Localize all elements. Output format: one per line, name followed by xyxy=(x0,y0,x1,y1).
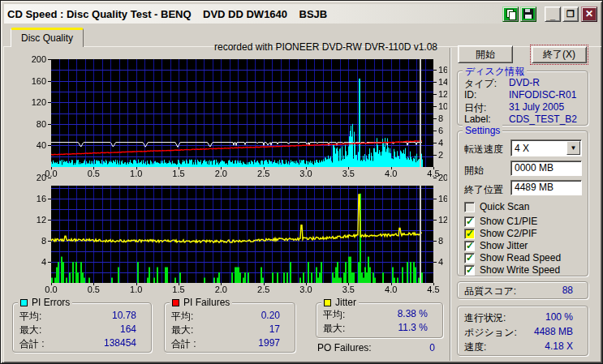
end-pos-label: 終了位置 xyxy=(464,183,503,197)
window-title: CD Speed : Disc Quality Test - BENQ DVD … xyxy=(7,8,501,20)
speed-value: 4 X xyxy=(511,143,566,154)
quality-score-label: 品質スコア: xyxy=(464,285,516,298)
chevron-down-icon[interactable]: ▼ xyxy=(566,141,580,155)
pi-errors-stats-group: PI Errors 平均:10.78 最大:164 合計 :138454 xyxy=(12,302,152,353)
titlebar: CD Speed : Disc Quality Test - BENQ DVD … xyxy=(4,4,601,24)
quality-score-row: 品質スコア: 88 xyxy=(464,285,573,298)
checkbox-quick-scan[interactable]: Quick Scan xyxy=(464,201,529,212)
settings-group: Settings 転送速度 4 X ▼ 開始 0000 MB 終了位置 4489… xyxy=(457,131,588,276)
po-failures-row: PO Failures: 0 xyxy=(317,342,435,353)
quality-charts xyxy=(24,49,447,298)
tab-disc-quality[interactable]: Disc Quality xyxy=(11,28,84,47)
checkbox-show-write-speed[interactable]: Show Write Speed xyxy=(464,264,560,276)
pi-errors-title: PI Errors xyxy=(18,297,72,308)
panel-divider xyxy=(450,48,451,361)
checkbox-icon[interactable] xyxy=(464,265,475,276)
close-icon[interactable]: ✕ xyxy=(581,6,597,22)
app-window: CD Speed : Disc Quality Test - BENQ DVD … xyxy=(0,0,603,364)
progress-row: 進行状況:100 % xyxy=(464,311,573,325)
jitter-avg-row: 平均:8.38 % xyxy=(323,308,428,322)
jitter-title: Jitter xyxy=(321,297,359,308)
disc-info-group: ディスク情報 タイプ:DVD-R ID:INFODISC-R01 日付:31 J… xyxy=(457,71,588,126)
po-failures-value: 0 xyxy=(429,342,435,353)
checkbox-icon[interactable] xyxy=(464,241,475,251)
pi-failures-stats-group: PI Failures 平均:0.20 最大:17 合計 :1997 xyxy=(164,302,295,353)
speed-label: 転送速度 xyxy=(464,143,503,156)
quality-score-group: 品質スコア: 88 xyxy=(457,281,588,299)
pif-avg-row: 平均:0.20 xyxy=(171,310,280,323)
pie-max-row: 最大:164 xyxy=(19,323,136,337)
checkbox-show-c2-pif[interactable]: Show C2/PIF xyxy=(464,228,537,239)
jitter-max-row: 最大:11.3 % xyxy=(323,322,428,336)
end-pos-field[interactable]: 4489 MB xyxy=(510,180,582,195)
disc-label-row: Label:CDS_TEST_B2 xyxy=(464,113,577,125)
checkbox-icon[interactable] xyxy=(464,253,475,263)
pie-avg-row: 平均:10.78 xyxy=(19,310,136,323)
pi-failures-title: PI Failures xyxy=(170,297,232,308)
jitter-legend-icon xyxy=(324,299,331,306)
start-pos-field[interactable]: 0000 MB xyxy=(510,161,582,176)
minimize-icon[interactable]: _ xyxy=(545,6,561,22)
position-row: ポジション:4488 MB xyxy=(464,326,573,340)
checkbox-icon[interactable] xyxy=(464,229,475,239)
save-icon[interactable] xyxy=(520,6,536,22)
pie-total-row: 合計 :138454 xyxy=(19,337,136,351)
checkbox-show-c1-pie[interactable]: Show C1/PIE xyxy=(464,216,537,227)
progress-group: 進行状況:100 % ポジション:4488 MB 速度:4.18 X xyxy=(457,306,588,356)
jitter-stats-group: Jitter 平均:8.38 % 最大:11.3 % xyxy=(316,302,443,338)
pif-total-row: 合計 :1997 xyxy=(171,337,280,351)
exit-button-focus-ring: 終了(X) xyxy=(530,45,588,65)
exit-button[interactable]: 終了(X) xyxy=(532,46,587,63)
restore-icon[interactable]: ❐ xyxy=(562,6,579,22)
settings-title: Settings xyxy=(463,125,502,136)
start-button[interactable]: 開始 xyxy=(458,45,513,63)
disc-id-row: ID:INFODISC-R01 xyxy=(464,89,576,101)
checkbox-show-jitter[interactable]: Show Jitter xyxy=(464,240,528,251)
copy-icon[interactable] xyxy=(502,6,519,22)
start-pos-label: 開始 xyxy=(464,164,484,178)
quality-score-value: 88 xyxy=(562,285,573,298)
pif-max-row: 最大:17 xyxy=(171,323,280,337)
po-failures-label: PO Failures: xyxy=(317,342,372,353)
checkbox-show-read-speed[interactable]: Show Read Speed xyxy=(464,252,561,263)
speed-select[interactable]: 4 X ▼ xyxy=(510,139,582,156)
checkbox-icon[interactable] xyxy=(464,216,475,227)
checkbox-icon[interactable] xyxy=(464,202,475,212)
pi-errors-legend-icon xyxy=(20,299,28,306)
speed-row: 速度:4.18 X xyxy=(464,340,573,354)
pi-failures-legend-icon xyxy=(172,299,179,306)
